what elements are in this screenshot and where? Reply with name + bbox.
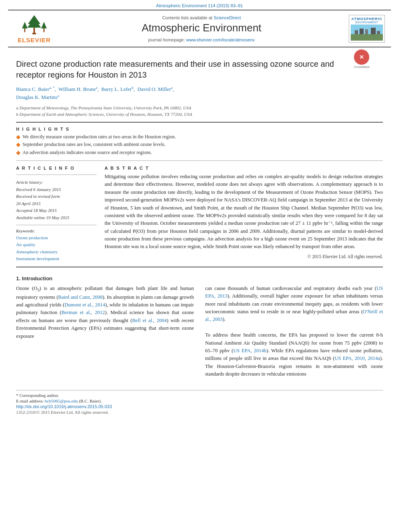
received-date: Received 6 January 2015 — [16, 186, 97, 193]
email-label: E-mail address: — [16, 398, 44, 403]
svg-rect-10 — [351, 34, 383, 41]
ref-dumont[interactable]: Dumont et al., 2014 — [64, 302, 105, 308]
elsevier-logo: ELSEVIER — [18, 14, 51, 43]
author-5[interactable]: Douglas K. Martins — [16, 94, 58, 100]
intro-left-text: Ozone (O3) is an atmospheric pollutant t… — [16, 285, 194, 340]
svg-rect-15 — [377, 31, 380, 34]
ae-logo-box: ATMOSPHERIC ENVIRONMENT — [349, 15, 385, 43]
author-3[interactable]: Barry L. Lefer — [101, 86, 132, 92]
svg-rect-11 — [355, 30, 358, 34]
email-name: (B.C. Baier). — [79, 398, 102, 403]
bullet-2: ◆ — [16, 142, 21, 148]
ref-usepa-2014b[interactable]: US EPA, 2014b — [233, 348, 266, 353]
affiliation-a: a Department of Meteorology, The Pennsyl… — [16, 105, 383, 111]
ae-logo-area: ATMOSPHERIC ENVIRONMENT — [347, 15, 387, 43]
bullet-1: ◆ — [16, 134, 21, 141]
copyright-line: © 2015 Elsevier Ltd. All rights reserved… — [105, 254, 383, 259]
author-2[interactable]: William H. Brune — [58, 86, 96, 92]
svg-rect-13 — [365, 29, 368, 34]
history-label: Article history: — [16, 179, 97, 186]
highlight-item-1: ◆ We directly measure ozone production r… — [16, 134, 383, 141]
author-4[interactable]: David O. Miller — [138, 86, 171, 92]
ae-logo-title: ATMOSPHERIC — [351, 17, 383, 21]
intro-section: 1. Introduction Ozone (O3) is an atmosph… — [16, 275, 383, 378]
ref-usepa-2010[interactable]: US EPA, 2010, 2014a — [335, 355, 380, 361]
intro-right-col: can cause thousands of human cardiovascu… — [205, 285, 383, 378]
available-date: Available online 19 May 2015 — [16, 214, 97, 222]
title-divider — [16, 122, 383, 123]
title-area: Direct ozone production rate measurement… — [16, 51, 383, 85]
crossmark-label: CrossMark — [354, 65, 370, 69]
email-line: E-mail address: bcb5065@psu.edu (B.C. Ba… — [16, 398, 383, 403]
doi-link[interactable]: http://dx.doi.org/10.1016/j.atmosenv.201… — [16, 404, 112, 409]
keywords-title: Keywords: — [16, 228, 97, 233]
main-content: Direct ozone production rate measurement… — [0, 47, 399, 419]
ref-oneill[interactable]: O'Neill et al., 2003 — [205, 309, 383, 322]
svg-rect-12 — [360, 29, 364, 34]
revised-label: Received in revised form — [16, 193, 97, 200]
ae-scene-icon — [351, 25, 383, 41]
email-address[interactable]: bcb5065@psu.edu — [45, 398, 78, 403]
highlight-text-2: September production rates are low, cons… — [23, 142, 165, 148]
svg-rect-4 — [24, 29, 25, 32]
highlight-item-3: ◆ An advection analysis indicates ozone … — [16, 150, 383, 156]
elsevier-wordmark: ELSEVIER — [18, 37, 51, 43]
elsevier-tree-icon — [20, 14, 48, 36]
crossmark-area[interactable]: ✕ CrossMark — [354, 49, 370, 69]
journal-header-center: Contents lists available at ScienceDirec… — [56, 15, 347, 42]
intro-title: 1. Introduction — [16, 275, 383, 281]
svg-rect-6 — [43, 29, 45, 32]
highlight-text-1: We directly measure ozone production rat… — [23, 134, 176, 140]
ae-logo-image — [351, 25, 383, 41]
info-abstract-row: A R T I C L E I N F O Article history: R… — [16, 166, 383, 263]
ref-usepa-2013[interactable]: US EPA, 2013 — [205, 286, 383, 299]
footnote-area: * Corresponding author. E-mail address: … — [16, 390, 383, 415]
abstract-label: A B S T R A C T — [105, 166, 383, 170]
ref-bell[interactable]: Bell et al., 2004 — [132, 318, 167, 323]
top-journal-ref: Atmospheric Environment 114 (2015) 83–91 — [0, 0, 399, 10]
journal-title: Atmospheric Environment — [56, 22, 347, 34]
authors-line: Bianca C. Baiera, *, William H. Brunea, … — [16, 85, 383, 101]
ae-logo-subtitle: ENVIRONMENT — [351, 21, 383, 24]
info-divider — [16, 175, 97, 175]
highlights-section: H I G H L I G H T S ◆ We directly measur… — [16, 127, 383, 156]
author-1[interactable]: Bianca C. Baier — [16, 86, 49, 92]
elsevier-logo-area: ELSEVIER — [12, 14, 56, 43]
affiliation-b: b Department of Earth and Atmospheric Sc… — [16, 111, 383, 118]
accepted-date: Accepted 18 May 2015 — [16, 207, 97, 214]
svg-rect-1 — [33, 28, 35, 33]
keyword-1[interactable]: Ozone production — [16, 234, 97, 242]
article-history: Article history: Received 6 January 2015… — [16, 179, 97, 225]
highlight-text-3: An advection analysis indicates ozone so… — [23, 150, 152, 156]
corresponding-author: * Corresponding author. — [16, 393, 383, 398]
abstract-text: Mitigating ozone pollution involves redu… — [105, 173, 383, 251]
intro-right-text: can cause thousands of human cardiovascu… — [205, 285, 383, 378]
highlights-label: H I G H L I G H T S — [16, 127, 383, 131]
keyword-3[interactable]: Atmospheric chemistry — [16, 249, 97, 256]
journal-homepage: journal homepage: www.elsevier.com/locat… — [56, 37, 347, 42]
homepage-link[interactable]: www.elsevier.com/locate/atmosenv — [186, 37, 255, 42]
affiliations: a Department of Meteorology, The Pennsyl… — [16, 105, 383, 118]
ref-berman[interactable]: Berman et al., 2012 — [62, 310, 105, 315]
keywords-section: Keywords: Ozone production Air quality A… — [16, 228, 97, 263]
keyword-4[interactable]: Instrument development — [16, 255, 97, 263]
sciencedirect-label: Contents lists available at — [162, 15, 212, 20]
crossmark-icon[interactable]: ✕ — [354, 49, 369, 65]
keyword-2[interactable]: Air quality — [16, 241, 97, 249]
intro-left-col: Ozone (O3) is an atmospheric pollutant t… — [16, 285, 194, 378]
highlight-item-2: ◆ September production rates are low, co… — [16, 142, 383, 148]
sciencedirect-link[interactable]: ScienceDirect — [214, 15, 241, 20]
svg-rect-14 — [371, 28, 376, 34]
journal-ref-text: Atmospheric Environment 114 (2015) 83–91 — [156, 3, 243, 8]
article-info-section: A R T I C L E I N F O Article history: R… — [16, 166, 97, 263]
article-title: Direct ozone production rate measurement… — [16, 59, 346, 80]
issn-line: 1352-2310/© 2015 Elsevier Ltd. All right… — [16, 410, 383, 415]
svg-marker-5 — [22, 22, 28, 29]
ref-baird[interactable]: Baird and Cann, 2008 — [58, 294, 103, 300]
article-info-label: A R T I C L E I N F O — [16, 166, 97, 170]
revised-date: 20 April 2015 — [16, 200, 97, 207]
highlights-divider — [16, 160, 383, 161]
corresponding-label: * Corresponding author. — [16, 393, 59, 398]
doi-line: http://dx.doi.org/10.1016/j.atmosenv.201… — [16, 404, 383, 409]
abstract-divider — [16, 267, 383, 267]
